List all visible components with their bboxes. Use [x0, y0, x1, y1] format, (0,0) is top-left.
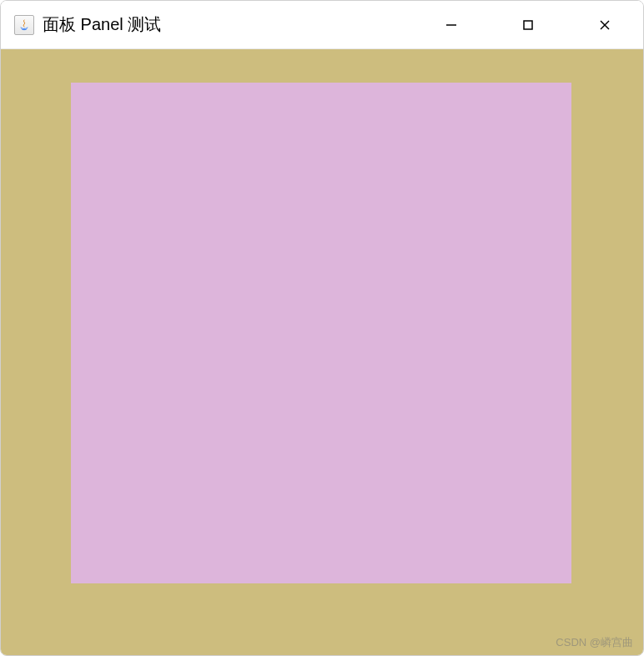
titlebar[interactable]: 面板 Panel 测试	[1, 1, 643, 49]
app-window: 面板 Panel 测试 CSDN @嶙宫曲	[0, 0, 644, 656]
maximize-icon	[521, 18, 535, 32]
close-button[interactable]	[566, 1, 643, 48]
java-duke-icon	[14, 15, 34, 35]
panel	[71, 83, 571, 583]
minimize-icon	[445, 18, 458, 32]
close-icon	[598, 18, 611, 32]
window-title: 面板 Panel 测试	[43, 13, 413, 36]
watermark: CSDN @嶙宫曲	[556, 635, 633, 650]
minimize-button[interactable]	[413, 1, 490, 48]
maximize-button[interactable]	[490, 1, 566, 48]
window-controls	[413, 1, 643, 48]
svg-rect-1	[524, 21, 532, 29]
frame-content: CSDN @嶙宫曲	[1, 49, 643, 655]
